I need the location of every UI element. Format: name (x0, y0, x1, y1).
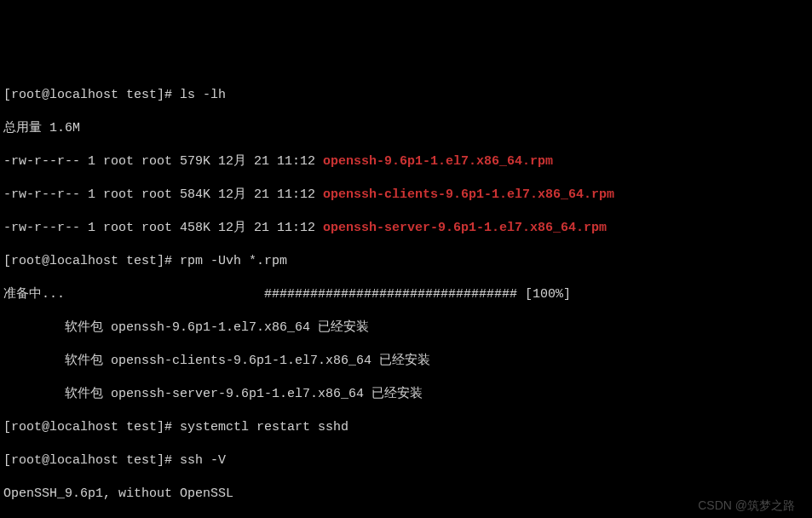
pkg-installed: 软件包 openssh-server-9.6p1-1.el7.x86_64 已经… (3, 386, 809, 403)
shell-prompt: [root@localhost test]# (3, 453, 180, 468)
ls-perm: -rw-r--r-- 1 root root 579K 12月 21 11:12 (3, 154, 323, 169)
terminal-output: [root@localhost test]# ls -lh 总用量 1.6M -… (3, 70, 809, 518)
filename: openssh-clients-9.6p1-1.el7.x86_64.rpm (323, 187, 614, 202)
filename: openssh-server-9.6p1-1.el7.x86_64.rpm (323, 221, 607, 235)
ls-total: 总用量 1.6M (3, 120, 809, 137)
ls-perm: -rw-r--r-- 1 root root 458K 12月 21 11:12 (3, 221, 323, 235)
command: ls -lh (180, 88, 226, 102)
command: rpm -Uvh *.rpm (180, 254, 287, 268)
pkg-installed: 软件包 openssh-clients-9.6p1-1.el7.x86_64 已… (3, 353, 809, 370)
pkg-installed: 软件包 openssh-9.6p1-1.el7.x86_64 已经安装 (3, 319, 809, 337)
command: ssh -V (180, 453, 226, 468)
shell-prompt: [root@localhost test]# (3, 88, 180, 102)
ls-perm: -rw-r--r-- 1 root root 584K 12月 21 11:12 (3, 187, 323, 202)
prepare-text: 准备中... (3, 287, 264, 302)
command: systemctl restart sshd (180, 420, 348, 435)
watermark: CSDN @筑梦之路 (698, 498, 795, 513)
filename: openssh-9.6p1-1.el7.x86_64.rpm (323, 154, 553, 169)
progress-bar: ################################# [100%] (264, 287, 571, 302)
shell-prompt: [root@localhost test]# (3, 420, 180, 435)
shell-prompt: [root@localhost test]# (3, 254, 180, 268)
ssh-version: OpenSSH_9.6p1, without OpenSSL (3, 486, 809, 503)
